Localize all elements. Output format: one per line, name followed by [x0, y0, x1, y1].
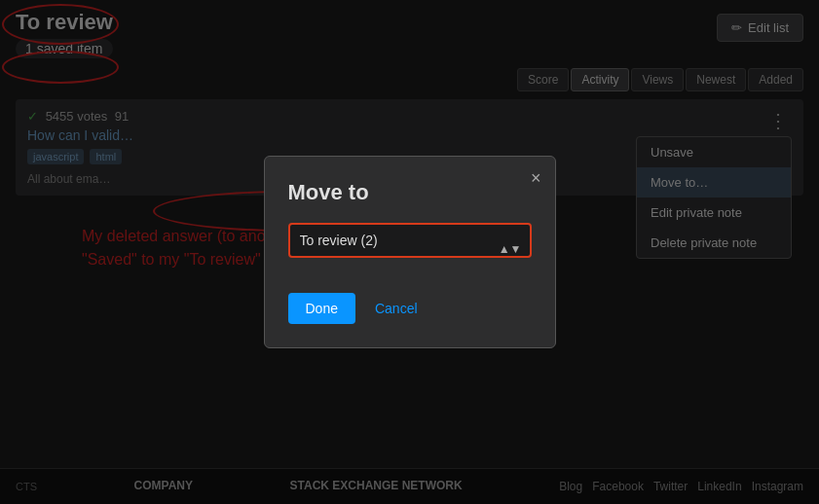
move-to-modal: Move to × To review (2) ▲▼ Done Cancel	[264, 156, 556, 348]
select-wrapper: To review (2) ▲▼	[288, 223, 532, 275]
modal-overlay: Move to × To review (2) ▲▼ Done Cancel	[0, 0, 819, 504]
modal-close-button[interactable]: ×	[531, 168, 541, 189]
cancel-button[interactable]: Cancel	[365, 293, 428, 324]
list-select[interactable]: To review (2)	[288, 223, 532, 258]
modal-actions: Done Cancel	[288, 293, 532, 324]
done-button[interactable]: Done	[288, 293, 355, 324]
modal-title: Move to	[288, 180, 532, 205]
